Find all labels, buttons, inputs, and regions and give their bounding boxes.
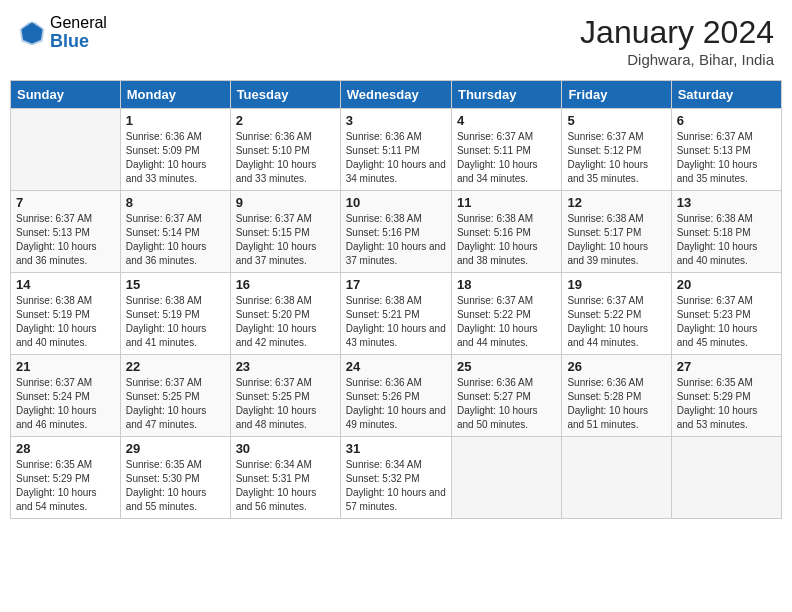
- calendar-header-monday: Monday: [120, 81, 230, 109]
- day-info: Sunrise: 6:37 AMSunset: 5:25 PMDaylight:…: [126, 376, 225, 432]
- calendar-cell: 17Sunrise: 6:38 AMSunset: 5:21 PMDayligh…: [340, 273, 451, 355]
- calendar-header-tuesday: Tuesday: [230, 81, 340, 109]
- logo-blue: Blue: [50, 32, 107, 52]
- day-info: Sunrise: 6:36 AMSunset: 5:10 PMDaylight:…: [236, 130, 335, 186]
- day-info: Sunrise: 6:38 AMSunset: 5:20 PMDaylight:…: [236, 294, 335, 350]
- day-number: 29: [126, 441, 225, 456]
- day-info: Sunrise: 6:38 AMSunset: 5:17 PMDaylight:…: [567, 212, 665, 268]
- calendar-header-thursday: Thursday: [451, 81, 561, 109]
- day-info: Sunrise: 6:38 AMSunset: 5:16 PMDaylight:…: [346, 212, 446, 268]
- day-number: 9: [236, 195, 335, 210]
- calendar-cell: 4Sunrise: 6:37 AMSunset: 5:11 PMDaylight…: [451, 109, 561, 191]
- calendar-cell: 14Sunrise: 6:38 AMSunset: 5:19 PMDayligh…: [11, 273, 121, 355]
- calendar-cell: 26Sunrise: 6:36 AMSunset: 5:28 PMDayligh…: [562, 355, 671, 437]
- day-info: Sunrise: 6:34 AMSunset: 5:31 PMDaylight:…: [236, 458, 335, 514]
- day-info: Sunrise: 6:37 AMSunset: 5:22 PMDaylight:…: [457, 294, 556, 350]
- calendar-cell: 31Sunrise: 6:34 AMSunset: 5:32 PMDayligh…: [340, 437, 451, 519]
- day-number: 3: [346, 113, 446, 128]
- calendar-cell: 12Sunrise: 6:38 AMSunset: 5:17 PMDayligh…: [562, 191, 671, 273]
- day-info: Sunrise: 6:36 AMSunset: 5:28 PMDaylight:…: [567, 376, 665, 432]
- calendar-cell: 1Sunrise: 6:36 AMSunset: 5:09 PMDaylight…: [120, 109, 230, 191]
- day-info: Sunrise: 6:37 AMSunset: 5:23 PMDaylight:…: [677, 294, 776, 350]
- day-info: Sunrise: 6:37 AMSunset: 5:12 PMDaylight:…: [567, 130, 665, 186]
- day-number: 15: [126, 277, 225, 292]
- day-info: Sunrise: 6:38 AMSunset: 5:18 PMDaylight:…: [677, 212, 776, 268]
- calendar-cell: 18Sunrise: 6:37 AMSunset: 5:22 PMDayligh…: [451, 273, 561, 355]
- day-info: Sunrise: 6:38 AMSunset: 5:16 PMDaylight:…: [457, 212, 556, 268]
- day-info: Sunrise: 6:36 AMSunset: 5:11 PMDaylight:…: [346, 130, 446, 186]
- calendar-cell: 5Sunrise: 6:37 AMSunset: 5:12 PMDaylight…: [562, 109, 671, 191]
- day-info: Sunrise: 6:36 AMSunset: 5:27 PMDaylight:…: [457, 376, 556, 432]
- calendar-cell: [671, 437, 781, 519]
- day-number: 10: [346, 195, 446, 210]
- day-number: 22: [126, 359, 225, 374]
- calendar-header-friday: Friday: [562, 81, 671, 109]
- day-number: 1: [126, 113, 225, 128]
- day-info: Sunrise: 6:37 AMSunset: 5:15 PMDaylight:…: [236, 212, 335, 268]
- logo-icon: [18, 19, 46, 47]
- day-number: 2: [236, 113, 335, 128]
- day-number: 12: [567, 195, 665, 210]
- day-number: 25: [457, 359, 556, 374]
- logo: General Blue: [18, 14, 107, 51]
- calendar-cell: 27Sunrise: 6:35 AMSunset: 5:29 PMDayligh…: [671, 355, 781, 437]
- day-number: 5: [567, 113, 665, 128]
- day-info: Sunrise: 6:36 AMSunset: 5:26 PMDaylight:…: [346, 376, 446, 432]
- day-number: 27: [677, 359, 776, 374]
- day-number: 17: [346, 277, 446, 292]
- calendar-header-saturday: Saturday: [671, 81, 781, 109]
- day-info: Sunrise: 6:37 AMSunset: 5:14 PMDaylight:…: [126, 212, 225, 268]
- day-info: Sunrise: 6:37 AMSunset: 5:13 PMDaylight:…: [16, 212, 115, 268]
- month-year: January 2024: [580, 14, 774, 51]
- calendar-cell: 29Sunrise: 6:35 AMSunset: 5:30 PMDayligh…: [120, 437, 230, 519]
- calendar-cell: 24Sunrise: 6:36 AMSunset: 5:26 PMDayligh…: [340, 355, 451, 437]
- day-number: 21: [16, 359, 115, 374]
- calendar-week-row: 14Sunrise: 6:38 AMSunset: 5:19 PMDayligh…: [11, 273, 782, 355]
- day-number: 19: [567, 277, 665, 292]
- location: Dighwara, Bihar, India: [580, 51, 774, 68]
- day-number: 7: [16, 195, 115, 210]
- day-info: Sunrise: 6:35 AMSunset: 5:30 PMDaylight:…: [126, 458, 225, 514]
- calendar-cell: 2Sunrise: 6:36 AMSunset: 5:10 PMDaylight…: [230, 109, 340, 191]
- calendar-table: SundayMondayTuesdayWednesdayThursdayFrid…: [10, 80, 782, 519]
- calendar-week-row: 21Sunrise: 6:37 AMSunset: 5:24 PMDayligh…: [11, 355, 782, 437]
- calendar-week-row: 1Sunrise: 6:36 AMSunset: 5:09 PMDaylight…: [11, 109, 782, 191]
- calendar-cell: 25Sunrise: 6:36 AMSunset: 5:27 PMDayligh…: [451, 355, 561, 437]
- day-info: Sunrise: 6:37 AMSunset: 5:25 PMDaylight:…: [236, 376, 335, 432]
- day-number: 24: [346, 359, 446, 374]
- day-info: Sunrise: 6:37 AMSunset: 5:24 PMDaylight:…: [16, 376, 115, 432]
- logo-general: General: [50, 14, 107, 32]
- calendar-cell: 9Sunrise: 6:37 AMSunset: 5:15 PMDaylight…: [230, 191, 340, 273]
- day-info: Sunrise: 6:34 AMSunset: 5:32 PMDaylight:…: [346, 458, 446, 514]
- day-info: Sunrise: 6:38 AMSunset: 5:19 PMDaylight:…: [126, 294, 225, 350]
- calendar-cell: 8Sunrise: 6:37 AMSunset: 5:14 PMDaylight…: [120, 191, 230, 273]
- day-number: 11: [457, 195, 556, 210]
- day-number: 26: [567, 359, 665, 374]
- day-number: 13: [677, 195, 776, 210]
- day-number: 16: [236, 277, 335, 292]
- calendar-week-row: 7Sunrise: 6:37 AMSunset: 5:13 PMDaylight…: [11, 191, 782, 273]
- calendar-cell: [451, 437, 561, 519]
- day-number: 18: [457, 277, 556, 292]
- day-number: 14: [16, 277, 115, 292]
- day-info: Sunrise: 6:35 AMSunset: 5:29 PMDaylight:…: [677, 376, 776, 432]
- page-header: General Blue January 2024 Dighwara, Biha…: [10, 10, 782, 72]
- day-number: 8: [126, 195, 225, 210]
- calendar-cell: 23Sunrise: 6:37 AMSunset: 5:25 PMDayligh…: [230, 355, 340, 437]
- calendar-cell: 10Sunrise: 6:38 AMSunset: 5:16 PMDayligh…: [340, 191, 451, 273]
- calendar-cell: 11Sunrise: 6:38 AMSunset: 5:16 PMDayligh…: [451, 191, 561, 273]
- day-number: 31: [346, 441, 446, 456]
- calendar-week-row: 28Sunrise: 6:35 AMSunset: 5:29 PMDayligh…: [11, 437, 782, 519]
- calendar-cell: 19Sunrise: 6:37 AMSunset: 5:22 PMDayligh…: [562, 273, 671, 355]
- calendar-header-wednesday: Wednesday: [340, 81, 451, 109]
- calendar-cell: 7Sunrise: 6:37 AMSunset: 5:13 PMDaylight…: [11, 191, 121, 273]
- calendar-cell: 21Sunrise: 6:37 AMSunset: 5:24 PMDayligh…: [11, 355, 121, 437]
- calendar-cell: 15Sunrise: 6:38 AMSunset: 5:19 PMDayligh…: [120, 273, 230, 355]
- day-number: 6: [677, 113, 776, 128]
- day-info: Sunrise: 6:36 AMSunset: 5:09 PMDaylight:…: [126, 130, 225, 186]
- day-info: Sunrise: 6:37 AMSunset: 5:22 PMDaylight:…: [567, 294, 665, 350]
- day-info: Sunrise: 6:35 AMSunset: 5:29 PMDaylight:…: [16, 458, 115, 514]
- calendar-cell: 13Sunrise: 6:38 AMSunset: 5:18 PMDayligh…: [671, 191, 781, 273]
- calendar-cell: [562, 437, 671, 519]
- title-section: January 2024 Dighwara, Bihar, India: [580, 14, 774, 68]
